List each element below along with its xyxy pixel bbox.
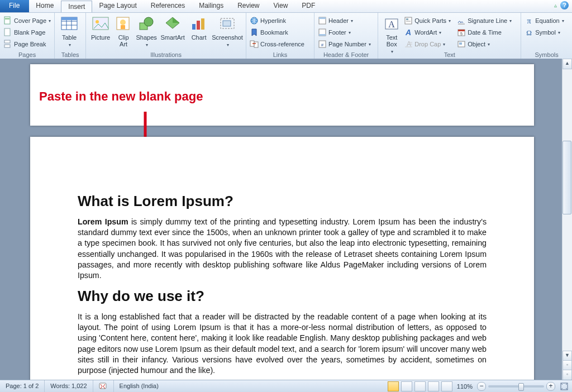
status-page[interactable]: Page: 1 of 2 [0, 380, 45, 392]
zoom-thumb[interactable] [518, 383, 524, 391]
view-outline[interactable] [428, 381, 439, 391]
doc-para-1-rest: is simply dummy text of the printing and… [78, 217, 487, 280]
clipart-icon [115, 15, 132, 33]
wordart-button[interactable]: A WordArt▾ [403, 27, 456, 38]
smartart-button[interactable]: SmartArt [159, 14, 187, 49]
zoom-out-button[interactable]: − [477, 382, 486, 391]
date-time-button[interactable]: 5 Date & Time [456, 27, 518, 38]
group-text-title: Text [378, 51, 521, 58]
scroll-thumb[interactable] [563, 141, 571, 214]
tab-view[interactable]: View [267, 0, 295, 12]
dropdown-icon: ▾ [562, 18, 564, 23]
chart-button[interactable]: Chart [187, 14, 211, 49]
picture-button[interactable]: Picture [88, 14, 113, 49]
dropdown-icon: ▾ [509, 18, 512, 23]
view-draft[interactable] [441, 381, 452, 391]
page-number-button[interactable]: # Page Number▾ [317, 39, 375, 50]
vertical-scrollbar[interactable]: ▲ ▼ ◦ ◦ [562, 59, 572, 380]
quick-parts-icon [404, 16, 413, 25]
quick-parts-button[interactable]: Quick Parts▾ [403, 15, 456, 26]
table-label: Table [62, 34, 77, 41]
tab-insert[interactable]: Insert [61, 1, 92, 12]
tab-file[interactable]: File [0, 0, 29, 12]
tab-bar: File Home Insert Page Layout References … [0, 0, 572, 13]
table-button[interactable]: Table▾ [57, 14, 82, 49]
view-full-screen[interactable] [401, 381, 412, 391]
bookmark-button[interactable]: Bookmark [249, 27, 312, 38]
shapes-button[interactable]: Shapes▾ [134, 14, 159, 49]
next-page-button[interactable]: ◦ [563, 370, 572, 380]
text-box-button[interactable]: A Text Box▾ [380, 14, 403, 55]
doc-para-1-bold: Lorem Ipsum [78, 217, 128, 226]
status-proofing[interactable] [93, 380, 114, 392]
doc-heading-1: What is Lorem Ipsum? [78, 193, 487, 210]
signature-label: Signature Line [468, 17, 507, 24]
svg-rect-54 [99, 383, 106, 389]
screenshot-button[interactable]: Screenshot▾ [211, 14, 244, 49]
cover-page-label: Cover Page [14, 17, 46, 24]
svg-rect-3 [4, 40, 10, 43]
dropdown-icon: ▾ [146, 42, 148, 49]
scroll-track[interactable] [563, 68, 572, 351]
page-number-label: Page Number [328, 41, 366, 47]
tab-pdf[interactable]: PDF [295, 0, 322, 12]
zoom-percent[interactable]: 110% [457, 383, 473, 390]
dropdown-icon: ▾ [49, 18, 51, 23]
status-language[interactable]: English (India) [114, 380, 164, 392]
hyperlink-button[interactable]: Hyperlink [249, 15, 312, 26]
cross-reference-button[interactable]: Cross-reference [249, 39, 312, 50]
svg-rect-1 [5, 18, 9, 20]
clipart-button[interactable]: Clip Art [113, 14, 134, 49]
tab-mailings[interactable]: Mailings [192, 0, 231, 12]
picture-label: Picture [91, 34, 110, 41]
bookmark-icon [250, 28, 259, 37]
view-print-layout[interactable] [388, 381, 399, 391]
view-web-layout[interactable] [414, 381, 426, 391]
status-words[interactable]: Words: 1,022 [45, 380, 93, 392]
hyperlink-icon [250, 16, 259, 25]
tab-references[interactable]: References [144, 0, 192, 12]
drop-cap-button[interactable]: A Drop Cap▾ [403, 39, 456, 50]
fit-window-icon[interactable] [560, 382, 569, 391]
svg-rect-11 [93, 17, 108, 30]
footer-button[interactable]: Footer▾ [317, 27, 375, 38]
signature-line-button[interactable]: Signature Line▾ [456, 15, 518, 26]
screenshot-icon [218, 15, 236, 33]
equation-label: Equation [535, 17, 559, 24]
tab-page-layout[interactable]: Page Layout [92, 0, 144, 12]
svg-rect-20 [192, 24, 196, 30]
tab-review[interactable]: Review [231, 0, 266, 12]
minimize-ribbon-icon[interactable]: ▵ [554, 2, 557, 8]
help-icon[interactable]: ? [560, 1, 569, 9]
svg-rect-10 [61, 17, 77, 20]
picture-icon [92, 15, 109, 33]
group-header-footer: Header▾ Footer▾ # Page Number▾ Header & … [314, 13, 378, 59]
equation-button[interactable]: π Equation▾ [523, 15, 570, 26]
blank-page-label: Blank Page [14, 29, 45, 36]
page-break-icon [3, 40, 12, 49]
svg-rect-22 [201, 18, 204, 30]
page-break-button[interactable]: Page Break [2, 39, 52, 50]
symbol-button[interactable]: Ω Symbol▾ [523, 27, 570, 38]
page-2[interactable]: What is Lorem Ipsum? Lorem Ipsum is simp… [30, 137, 534, 380]
header-button[interactable]: Header▾ [317, 15, 375, 26]
zoom-slider[interactable] [488, 385, 544, 388]
header-icon [318, 16, 327, 25]
tab-home[interactable]: Home [29, 0, 61, 12]
wordart-icon: A [404, 28, 413, 37]
cover-page-button[interactable]: Cover Page▾ [2, 15, 52, 26]
zoom-in-button[interactable]: + [546, 382, 555, 391]
object-button[interactable]: Object▾ [456, 39, 518, 50]
document-area[interactable]: Paste in the new blank page What is Lore… [0, 59, 572, 380]
group-symbols-title: Symbols [521, 51, 572, 58]
header-label: Header [328, 17, 349, 24]
symbol-label: Symbol [535, 29, 556, 36]
text-box-icon: A [383, 15, 401, 33]
svg-rect-49 [459, 42, 462, 45]
svg-point-17 [144, 17, 153, 26]
date-time-label: Date & Time [468, 29, 502, 36]
svg-text:π: π [527, 17, 531, 25]
doc-para-1: Lorem Ipsum is simply dummy text of the … [78, 217, 487, 281]
svg-point-14 [120, 20, 126, 25]
blank-page-button[interactable]: Blank Page [2, 27, 52, 38]
